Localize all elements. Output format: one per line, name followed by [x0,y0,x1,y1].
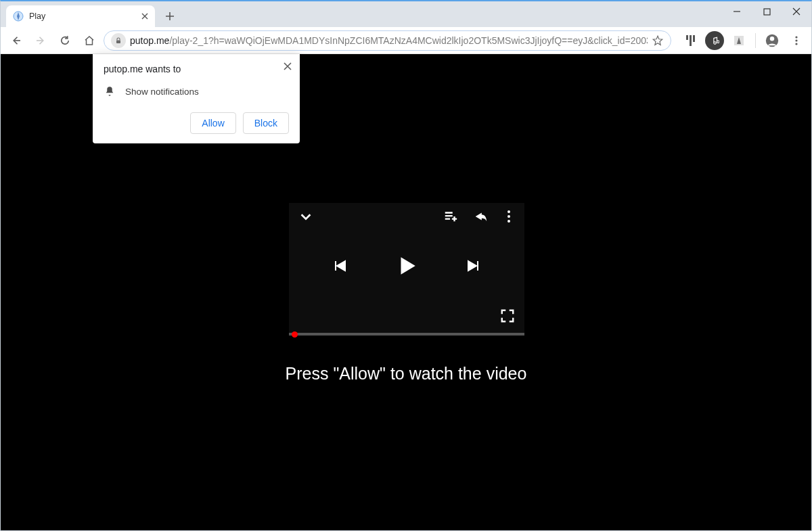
svg-rect-2 [116,40,120,43]
prompt-origin-text: putop.me wants to [104,64,289,74]
extension-icon-1[interactable] [681,31,700,50]
more-vert-icon[interactable] [503,209,515,224]
prompt-close-icon[interactable] [284,62,292,70]
forward-button [30,30,51,51]
tab-strip: Play [1,1,811,27]
svg-rect-4 [690,35,692,46]
new-tab-button[interactable] [160,7,179,26]
tab-close-icon[interactable] [141,13,148,20]
svg-point-10 [795,39,797,41]
queue-add-icon[interactable] [443,209,458,224]
svg-rect-5 [693,35,695,42]
svg-point-13 [508,215,510,218]
home-button[interactable] [79,30,99,51]
page-content: putop.me wants to Show notifications All… [1,54,811,530]
browser-menu-icon[interactable] [787,31,806,50]
play-icon[interactable] [395,254,418,277]
share-icon[interactable] [473,209,488,224]
svg-rect-3 [686,35,688,40]
bell-icon [104,85,116,97]
previous-track-icon[interactable] [332,258,348,274]
svg-point-9 [795,36,797,38]
window-close-button[interactable] [782,1,811,22]
prompt-permission-label: Show notifications [125,87,199,97]
window-maximize-button[interactable] [752,1,782,22]
fullscreen-icon[interactable] [500,308,515,323]
url-path: /play-2_1?h=waWQiOjEwMDA1MDYsInNpZCI6MTA… [169,35,648,46]
tab-title: Play [29,11,45,21]
chevron-down-icon[interactable] [298,209,313,224]
url-domain: putop.me [130,35,169,46]
allow-button[interactable]: Allow [190,112,235,134]
bookmark-star-icon[interactable] [652,34,664,47]
tab-favicon [13,11,24,22]
reload-button[interactable] [55,30,75,51]
progress-bar[interactable] [289,333,524,336]
notification-permission-prompt: putop.me wants to Show notifications All… [93,54,300,143]
svg-rect-1 [764,9,770,15]
browser-toolbar: putop.me/play-2_1?h=waWQiOjEwMDA1MDYsInN… [1,27,811,54]
extension-icon-2[interactable] [729,31,748,50]
progress-handle[interactable] [292,331,298,338]
svg-point-11 [795,43,797,45]
profile-avatar-icon[interactable] [763,31,782,50]
svg-point-8 [770,37,774,41]
window-minimize-button[interactable] [722,1,752,22]
url-text: putop.me/play-2_1?h=waWQiOjEwMDA1MDYsInN… [130,35,648,46]
address-bar[interactable]: putop.me/play-2_1?h=waWQiOjEwMDA1MDYsInN… [104,30,671,51]
extension-icon-music[interactable] [705,31,724,50]
toolbar-separator [755,33,756,48]
next-track-icon[interactable] [466,258,482,274]
site-info-lock-icon[interactable] [111,33,126,48]
back-button[interactable] [6,30,26,51]
instruction-text: Press "Allow" to watch the video [1,364,811,384]
browser-tab[interactable]: Play [6,5,155,27]
block-button[interactable]: Block [243,112,289,134]
video-player [289,203,524,336]
svg-point-12 [508,210,510,213]
svg-point-14 [508,220,510,223]
